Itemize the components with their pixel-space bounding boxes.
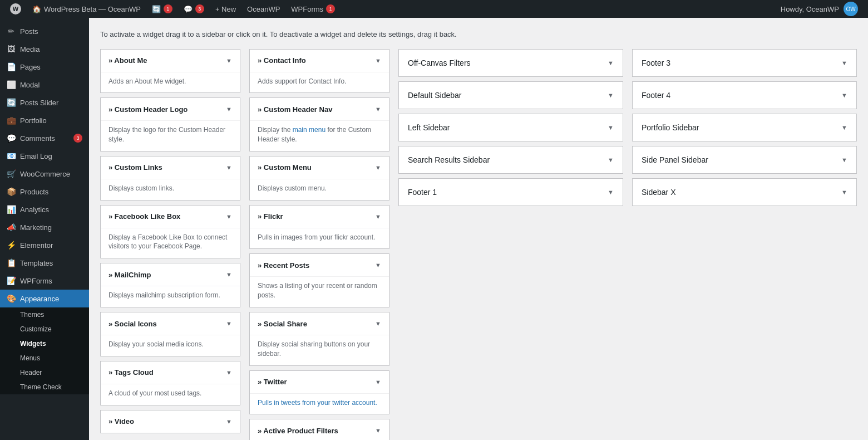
widget-custom-header-logo[interactable]: » Custom Header Logo ▼ Display the logo … <box>100 97 240 151</box>
widget-active-product-filters-header[interactable]: » Active Product Filters ▼ <box>250 419 389 440</box>
email-log-icon: 📧 <box>7 151 16 160</box>
widget-facebook-like-box[interactable]: » Facebook Like Box ▼ Display a Facebook… <box>100 205 240 259</box>
sidebar-search-results[interactable]: Search Results Sidebar ▼ <box>398 146 623 174</box>
widget-social-icons-header[interactable]: » Social Icons ▼ <box>101 312 240 335</box>
widget-custom-header-nav-desc: Display the main menu for the Custom Hea… <box>250 120 389 151</box>
widget-facebook-like-box-header[interactable]: » Facebook Like Box ▼ <box>101 206 240 228</box>
sidebar-item-pages[interactable]: 📄 Pages <box>0 58 89 76</box>
sidebar-item-media[interactable]: 🖼 Media <box>0 40 89 58</box>
submenu-themes[interactable]: Themes <box>0 307 89 322</box>
content-area: » About Me ▼ Adds an About Me widget. » … <box>100 49 857 441</box>
footer-1-label: Footer 1 <box>408 188 437 197</box>
sidebar-item-comments[interactable]: 💬 Comments 3 <box>0 129 89 147</box>
widget-active-product-filters[interactable]: » Active Product Filters ▼ <box>249 419 389 440</box>
sidebar-item-analytics[interactable]: 📊 Analytics <box>0 201 89 218</box>
widget-custom-header-nav-header[interactable]: » Custom Header Nav ▼ <box>250 98 389 120</box>
portfolio-sidebar-label: Portfolio Sidebar <box>642 123 699 132</box>
sidebar-left-sidebar[interactable]: Left Sidebar ▼ <box>398 114 623 141</box>
admin-menu: ✏ Posts 🖼 Media 📄 Pages ⬜ Modal 🔄 Posts … <box>0 18 89 440</box>
widget-mailchimp-header[interactable]: » MailChimp ▼ <box>101 263 240 286</box>
sidebar-item-posts[interactable]: ✏ Posts <box>0 22 89 40</box>
sidebar-side-panel[interactable]: Side Panel Sidebar ▼ <box>632 146 857 174</box>
widget-tags-cloud-title: » Tags Cloud <box>108 368 154 377</box>
updates-button[interactable]: 🔄 1 <box>146 0 178 18</box>
footer-4-label: Footer 4 <box>642 91 670 100</box>
sidebar-item-products[interactable]: 📦 Products <box>0 183 89 201</box>
wpforms-label: WPForms <box>20 277 52 285</box>
widget-video-arrow: ▼ <box>226 418 232 425</box>
widget-flickr-header[interactable]: » Flickr ▼ <box>250 206 389 228</box>
site-name-button[interactable]: 🏠 WordPress Beta — OceanWP <box>27 0 146 18</box>
widget-tags-cloud[interactable]: » Tags Cloud ▼ A cloud of your most used… <box>100 361 240 405</box>
sidebar-item-portfolio[interactable]: 💼 Portfolio <box>0 111 89 129</box>
comments-button[interactable]: 💬 3 <box>178 0 210 18</box>
widget-video[interactable]: » Video ▼ <box>100 410 240 433</box>
elementor-icon: ⚡ <box>7 241 16 250</box>
sidebar-portfolio-sidebar[interactable]: Portfolio Sidebar ▼ <box>632 114 857 141</box>
sidebar-item-wpforms[interactable]: 📝 WPForms <box>0 272 89 290</box>
theme-button[interactable]: OceanWP <box>241 0 285 18</box>
widget-twitter-header[interactable]: » Twitter ▼ <box>250 371 389 393</box>
submenu-theme-check[interactable]: Theme Check <box>0 380 89 394</box>
search-results-arrow: ▼ <box>608 157 614 163</box>
submenu-customize[interactable]: Customize <box>0 322 89 336</box>
sidebar-footer-4[interactable]: Footer 4 ▼ <box>632 81 857 109</box>
sidebar-footer-1[interactable]: Footer 1 ▼ <box>398 178 623 206</box>
plugin-button[interactable]: WPForms 1 <box>285 0 341 18</box>
widget-twitter[interactable]: » Twitter ▼ Pulls in tweets from your tw… <box>249 370 389 415</box>
sidebar-x-arrow: ▼ <box>841 189 847 195</box>
instruction-text: To activate a widget drag it to a sideba… <box>100 29 857 40</box>
widget-custom-links-header[interactable]: » Custom Links ▼ <box>101 157 240 179</box>
sidebar-item-elementor[interactable]: ⚡ Elementor <box>0 236 89 254</box>
off-canvas-filters-arrow: ▼ <box>608 60 614 66</box>
widget-video-header[interactable]: » Video ▼ <box>101 410 240 433</box>
submenu-header[interactable]: Header <box>0 365 89 380</box>
widget-contact-info-header[interactable]: » Contact Info ▼ <box>250 50 389 72</box>
new-button[interactable]: + New <box>210 0 241 18</box>
footer-3-arrow: ▼ <box>841 60 847 66</box>
widget-custom-menu-header[interactable]: » Custom Menu ▼ <box>250 157 389 179</box>
plugin-label: WPForms <box>291 5 323 13</box>
widget-recent-posts-header[interactable]: » Recent Posts ▼ <box>250 254 389 276</box>
sidebar-item-appearance[interactable]: 🎨 Appearance <box>0 290 89 307</box>
widget-flickr-arrow: ▼ <box>375 213 381 220</box>
sidebar-item-woocommerce[interactable]: 🛒 WooCommerce <box>0 165 89 183</box>
submenu-widgets[interactable]: Widgets <box>0 336 89 351</box>
appearance-label: Appearance <box>20 295 59 303</box>
sidebar-item-email-log[interactable]: 📧 Email Log <box>0 147 89 165</box>
widget-custom-links[interactable]: » Custom Links ▼ Displays custom links. <box>100 156 240 201</box>
sidebar-item-marketing[interactable]: 📣 Marketing <box>0 218 89 236</box>
widget-custom-header-logo-title: » Custom Header Logo <box>108 105 188 114</box>
sidebar-item-posts-slider[interactable]: 🔄 Posts Slider <box>0 94 89 111</box>
widget-about-me-header[interactable]: » About Me ▼ <box>101 50 240 72</box>
widget-social-share[interactable]: » Social Share ▼ Display social sharing … <box>249 312 389 366</box>
widget-custom-links-title: » Custom Links <box>108 163 162 172</box>
email-log-label: Email Log <box>20 152 52 160</box>
sidebar-default-sidebar[interactable]: Default Sidebar ▼ <box>398 81 623 109</box>
widget-about-me[interactable]: » About Me ▼ Adds an About Me widget. <box>100 49 240 94</box>
sidebar-x[interactable]: Sidebar X ▼ <box>632 178 857 206</box>
sidebar-footer-3[interactable]: Footer 3 ▼ <box>632 49 857 77</box>
widget-custom-header-nav[interactable]: » Custom Header Nav ▼ Display the main m… <box>249 97 389 151</box>
wp-logo-button[interactable]: W <box>4 0 27 18</box>
sidebar-off-canvas-filters[interactable]: Off-Canvas Filters ▼ <box>398 49 623 77</box>
sidebar-item-modal[interactable]: ⬜ Modal <box>0 76 89 94</box>
widget-social-share-header[interactable]: » Social Share ▼ <box>250 312 389 335</box>
widget-custom-menu-arrow: ▼ <box>375 164 381 171</box>
widget-custom-menu[interactable]: » Custom Menu ▼ Displays custom menu. <box>249 156 389 201</box>
widget-flickr[interactable]: » Flickr ▼ Pulls in images from your fli… <box>249 205 389 250</box>
avatar[interactable]: OW <box>844 2 858 16</box>
widget-social-icons[interactable]: » Social Icons ▼ Display your social med… <box>100 312 240 356</box>
widget-custom-header-logo-header[interactable]: » Custom Header Logo ▼ <box>101 98 240 120</box>
widget-contact-info[interactable]: » Contact Info ▼ Adds support for Contac… <box>249 49 389 94</box>
widget-tags-cloud-header[interactable]: » Tags Cloud ▼ <box>101 361 240 384</box>
widget-mailchimp-title: » MailChimp <box>108 271 151 279</box>
widget-recent-posts[interactable]: » Recent Posts ▼ Shows a listing of your… <box>249 253 389 307</box>
sidebar-item-templates[interactable]: 📋 Templates <box>0 254 89 272</box>
widget-social-icons-arrow: ▼ <box>226 320 232 327</box>
widget-custom-header-logo-arrow: ▼ <box>226 106 232 113</box>
submenu-menus[interactable]: Menus <box>0 351 89 365</box>
custom-header-nav-link[interactable]: main menu <box>293 126 326 134</box>
woocommerce-icon: 🛒 <box>7 169 16 178</box>
widget-mailchimp[interactable]: » MailChimp ▼ Displays mailchimp subscri… <box>100 263 240 307</box>
